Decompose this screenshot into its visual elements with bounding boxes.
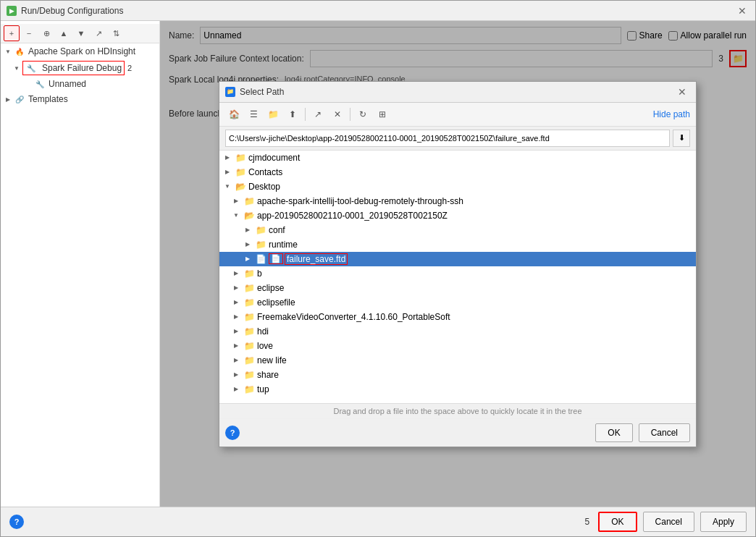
folder-icon-new-life: 📁 — [243, 355, 255, 366]
arrow-freemake: ▶ — [231, 312, 241, 322]
path-bar: ⬇ — [219, 127, 696, 151]
spark-debug-label: Spark Failure Debug — [42, 63, 122, 73]
dialog-icon: 📁 — [225, 87, 235, 97]
label-failure-save: failure_save.ftd — [285, 253, 348, 265]
sidebar-item-unnamed[interactable]: 🔧 Unnamed — [1, 77, 159, 91]
tree-item-freemake[interactable]: ▶ 📁 FreemakeVideoConverter_4.1.10.60_Por… — [219, 310, 696, 324]
tree-item-tup[interactable]: ▶ 📁 tup — [219, 382, 696, 397]
title-bar: ▶ Run/Debug Configurations ✕ — [1, 1, 755, 21]
apache-spark-label: Apache Spark on HDInsight — [28, 46, 135, 56]
folder-icon-contacts: 📁 — [235, 166, 246, 178]
toolbar-separator-2 — [350, 108, 350, 121]
sidebar: + − ⊕ ▲ ▼ ↗ ⇅ ▼ 🔥 Apache Spark on HDInsi… — [1, 21, 160, 507]
label-love: love — [257, 341, 273, 351]
nav-copy-button[interactable]: ⊞ — [374, 106, 391, 123]
dialog-title: Select Path — [240, 87, 284, 97]
sidebar-item-templates[interactable]: ▶ 🔗 Templates — [1, 91, 159, 107]
expand-arrow-templates: ▶ — [4, 95, 12, 103]
folder-icon-love: 📁 — [243, 340, 255, 352]
path-download-button[interactable]: ⬇ — [673, 130, 690, 147]
arrow-tup: ▶ — [231, 384, 241, 394]
sidebar-item-spark-failure-debug[interactable]: ▼ 🔧 Spark Failure Debug 2 — [1, 59, 159, 77]
arrow-b: ▶ — [231, 268, 241, 279]
tree-item-new-life[interactable]: ▶ 📁 new life — [219, 353, 696, 368]
dialog-bottom: ? OK Cancel — [219, 419, 696, 447]
nav-move-button[interactable]: ↗ — [309, 106, 327, 123]
label-cjmdocument: cjmdocument — [248, 153, 300, 163]
dialog-tree: ▶ 📁 cjmdocument ▶ 📁 Contacts ▼ — [219, 151, 696, 404]
nav-home-button[interactable]: 🏠 — [225, 106, 243, 123]
nav-list-button[interactable]: ☰ — [245, 106, 262, 123]
folder-icon-runtime: 📁 — [255, 239, 266, 250]
hide-path-label[interactable]: Hide path — [653, 109, 690, 119]
tree-item-cjmdocument[interactable]: ▶ 📁 cjmdocument — [219, 151, 696, 165]
spark-debug-wrapper: 🔧 Spark Failure Debug — [22, 61, 125, 75]
toolbar-separator-1 — [305, 108, 306, 121]
folder-icon-b: 📁 — [243, 268, 255, 279]
arrow-runtime: ▶ — [243, 240, 253, 250]
folder-icon-conf: 📁 — [255, 224, 266, 236]
tree-item-eclipse[interactable]: ▶ 📁 eclipse — [219, 281, 696, 295]
arrow-hdi: ▶ — [231, 326, 241, 337]
dialog-cancel-button[interactable]: Cancel — [639, 423, 690, 442]
dialog-toolbar-left: 🏠 ☰ 📁 ⬆ ↗ ✕ ↻ ⊞ — [225, 106, 391, 123]
nav-delete-button[interactable]: ✕ — [329, 106, 346, 123]
arrow-new-life: ▶ — [231, 355, 241, 365]
ok-button[interactable]: OK — [598, 512, 637, 532]
nav-folder-up-button[interactable]: ⬆ — [284, 106, 301, 123]
apply-button[interactable]: Apply — [700, 512, 747, 532]
expand-arrow-apache-spark: ▼ — [4, 47, 12, 56]
tree-item-hdi[interactable]: ▶ 📁 hdi — [219, 324, 696, 339]
nav-refresh-button[interactable]: ↻ — [354, 106, 371, 123]
dialog-ok-button[interactable]: OK — [595, 423, 632, 442]
tree-item-love[interactable]: ▶ 📁 love — [219, 339, 696, 353]
label-eclipse: eclipse — [257, 283, 284, 293]
folder-icon-eclipsefile: 📁 — [243, 297, 255, 308]
label-app-folder: app-20190528002110-0001_20190528T002150Z — [257, 211, 448, 221]
remove-config-button[interactable]: − — [21, 25, 37, 41]
label-desktop: Desktop — [248, 182, 280, 192]
tree-item-app-folder[interactable]: ▼ 📂 app-20190528002110-0001_20190528T002… — [219, 208, 696, 223]
unnamed-label: Unnamed — [49, 79, 86, 89]
tree-item-contacts[interactable]: ▶ 📁 Contacts — [219, 165, 696, 179]
main-content: + − ⊕ ▲ ▼ ↗ ⇅ ▼ 🔥 Apache Spark on HDInsi… — [1, 21, 755, 507]
move-config-button[interactable]: ↗ — [91, 25, 106, 41]
arrow-share: ▶ — [231, 370, 241, 380]
cancel-button[interactable]: Cancel — [643, 512, 694, 532]
select-path-dialog: 📁 Select Path ✕ 🏠 ☰ 📁 ⬆ ↗ — [219, 81, 697, 447]
folder-icon-desktop: 📂 — [235, 181, 246, 193]
folder-icon-freemake: 📁 — [243, 311, 255, 323]
path-input[interactable] — [225, 130, 670, 147]
help-icon[interactable]: ? — [9, 515, 24, 529]
window-title: Run/Debug Configurations — [21, 6, 123, 16]
close-icon[interactable]: ✕ — [735, 4, 749, 18]
label-conf: conf — [269, 225, 285, 235]
tree-item-runtime[interactable]: ▶ 📁 runtime — [219, 237, 696, 252]
copy-config-button[interactable]: ⊕ — [38, 25, 54, 41]
folder-icon-hdi: 📁 — [243, 326, 255, 337]
spark-debug-icon: 🔧 — [25, 62, 37, 74]
templates-label: Templates — [28, 94, 68, 104]
tree-item-conf[interactable]: ▶ 📁 conf — [219, 223, 696, 237]
modal-overlay: 📁 Select Path ✕ 🏠 ☰ 📁 ⬆ ↗ — [160, 21, 755, 507]
nav-new-folder-button[interactable]: 📁 — [264, 106, 282, 123]
arrow-app-folder: ▼ — [231, 211, 241, 221]
tree-item-eclipsefile[interactable]: ▶ 📁 eclipsefile — [219, 295, 696, 310]
dialog-help-icon[interactable]: ? — [225, 426, 240, 440]
tree-item-b[interactable]: ▶ 📁 b — [219, 266, 696, 281]
spark-debug-count: 2 — [127, 64, 132, 72]
dialog-close-icon[interactable]: ✕ — [674, 85, 690, 99]
main-window: ▶ Run/Debug Configurations ✕ + − ⊕ ▲ ▼ ↗… — [0, 0, 756, 537]
sidebar-item-apache-spark[interactable]: ▼ 🔥 Apache Spark on HDInsight — [1, 43, 159, 59]
add-config-button[interactable]: + — [4, 25, 20, 41]
arrow-apache-spark-folder: ▶ — [231, 196, 241, 206]
move-down-button[interactable]: ▼ — [73, 25, 89, 41]
tree-item-failure-save[interactable]: ▶ 📄 📄 failure_save.ftd — [219, 252, 696, 266]
tree-item-apache-spark-folder[interactable]: ▶ 📁 apache-spark-intellij-tool-debug-rem… — [219, 194, 696, 208]
tree-item-share[interactable]: ▶ 📁 share — [219, 368, 696, 382]
label-share: share — [257, 370, 279, 380]
tree-item-desktop[interactable]: ▼ 📂 Desktop — [219, 179, 696, 194]
label-apache-spark-folder: apache-spark-intellij-tool-debug-remotel… — [257, 196, 463, 206]
move-up-button[interactable]: ▲ — [56, 25, 72, 41]
sort-config-button[interactable]: ⇅ — [108, 25, 124, 41]
